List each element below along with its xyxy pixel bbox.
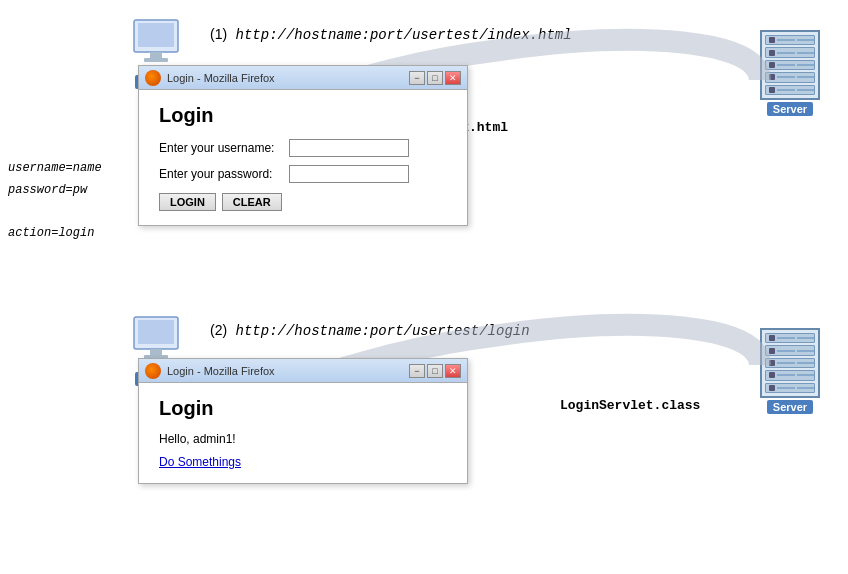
response-label-bottom: LoginServlet.class — [560, 398, 700, 413]
step2-url: (2) http://hostname:port/usertest/login — [210, 322, 530, 339]
browser-window-top: Login - Mozilla Firefox − □ ✕ Login Ente… — [138, 65, 468, 226]
form-data-top: username=name password=pw action=login — [8, 158, 102, 244]
browser-titlebar-top: Login - Mozilla Firefox − □ ✕ — [139, 66, 467, 90]
minimize-btn-top[interactable]: − — [409, 71, 425, 85]
server-label-top: Server — [767, 102, 813, 116]
firefox-icon-bottom — [145, 363, 161, 379]
hello-text: Hello, admin1! — [159, 432, 447, 446]
restore-btn-bottom[interactable]: □ — [427, 364, 443, 378]
username-label: Enter your username: — [159, 141, 289, 155]
do-somethings-link[interactable]: Do Somethings — [159, 455, 241, 469]
svg-rect-2 — [150, 52, 162, 58]
restore-btn-top[interactable]: □ — [427, 71, 443, 85]
step1-url: (1) http://hostname:port/usertest/index.… — [210, 26, 572, 43]
close-btn-top[interactable]: ✕ — [445, 71, 461, 85]
server-label-bottom: Server — [767, 400, 813, 414]
browser-window-bottom: Login - Mozilla Firefox − □ ✕ Login Hell… — [138, 358, 468, 484]
password-label: Enter your password: — [159, 167, 289, 181]
svg-rect-9 — [150, 349, 162, 355]
password-input[interactable] — [289, 165, 409, 183]
firefox-icon-top — [145, 70, 161, 86]
server-icon-top: Server — [760, 30, 820, 116]
svg-rect-1 — [138, 23, 174, 47]
diagram: Client (1) http://hostname:port/usertest… — [0, 0, 848, 574]
username-input[interactable] — [289, 139, 409, 157]
svg-rect-8 — [138, 320, 174, 344]
server-icon-bottom: Server — [760, 328, 820, 414]
close-btn-bottom[interactable]: ✕ — [445, 364, 461, 378]
browser-titlebar-bottom: Login - Mozilla Firefox − □ ✕ — [139, 359, 467, 383]
minimize-btn-bottom[interactable]: − — [409, 364, 425, 378]
clear-button[interactable]: CLEAR — [222, 193, 282, 211]
login-button[interactable]: LOGIN — [159, 193, 216, 211]
login-heading-top: Login — [159, 104, 447, 127]
login-heading-bottom: Login — [159, 397, 447, 420]
svg-rect-3 — [144, 58, 168, 62]
